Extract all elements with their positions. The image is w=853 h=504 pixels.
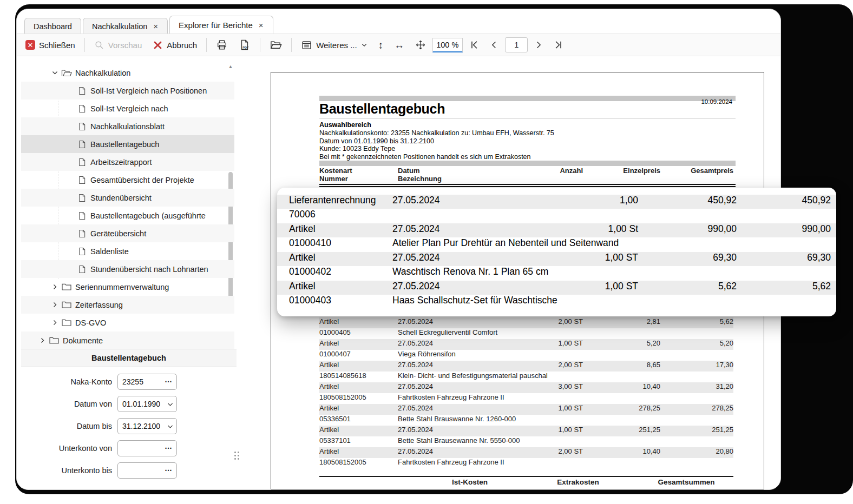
tab-dashboard[interactable]: Dashboard: [24, 18, 81, 34]
chevron-right-icon[interactable]: [37, 337, 48, 344]
cell-datum: 27.05.2024: [398, 361, 433, 369]
tab-explorer-f-r-berichte[interactable]: Explorer für Berichte×: [169, 16, 273, 34]
tree-item-stunden-bersicht-nach-lohnarten[interactable]: Stundenübersicht nach Lohnarten: [21, 260, 234, 278]
tree-item-label: Soll-Ist Vergleich nach Positionen: [88, 87, 207, 95]
cell-gesamtpreis: 20,80: [716, 447, 733, 455]
tree-item-label: Arbeitszeitrapport: [88, 158, 152, 167]
cell-nummer: 01000410: [289, 237, 331, 249]
cell-datum: 27.05.2024: [392, 223, 440, 235]
move-icon: [415, 39, 426, 50]
chevron-down-icon[interactable]: [167, 423, 174, 432]
tab-close-icon[interactable]: ×: [153, 22, 159, 30]
col-kostenart: Kostenart: [319, 167, 352, 175]
table-row-line2: 05337101Bette Stahl Brausewanne Nr. 5550…: [319, 436, 733, 447]
page-number-input[interactable]: 1: [505, 37, 528, 52]
cell-bezeichnung: Haas Schallschutz-Set für Waschtische: [392, 295, 557, 306]
field-label: Unterkonto von: [21, 444, 117, 453]
tree-item-stunden-bersicht[interactable]: Stundenübersicht: [21, 189, 234, 207]
lookup-input[interactable]: …: [117, 462, 177, 479]
cell-anzahl: 1,00 St: [608, 223, 638, 235]
print-button[interactable]: [212, 37, 232, 53]
table-row: Artikel27.05.20242,00 ST8,6517,301805140…: [319, 361, 733, 382]
close-button[interactable]: ✕ Schließen: [21, 38, 80, 52]
chevron-down-icon[interactable]: [167, 401, 174, 409]
lookup-ellipsis-icon[interactable]: …: [165, 464, 173, 473]
callout-row-line2: 70006: [277, 209, 836, 223]
report-header-band: [319, 96, 736, 101]
tree-item-zeiterfassung[interactable]: Zeiterfassung: [21, 296, 234, 314]
chevron-down-icon[interactable]: [49, 69, 60, 76]
open-report-button[interactable]: [265, 37, 286, 54]
cell-datum: 27.05.2024: [392, 252, 440, 263]
table-footer-rule: [319, 476, 733, 477]
first-page-icon: [469, 40, 479, 50]
document-icon: [75, 158, 88, 167]
cell-bezeichnung: Viega Röhrensifon: [398, 350, 456, 358]
date-select[interactable]: 01.01.1990: [117, 396, 177, 412]
folder-icon: [48, 336, 61, 344]
col-gesamtpreis: Gesamtpreis: [691, 167, 733, 175]
cell-nummer: 180514085618: [319, 372, 366, 380]
last-page-button[interactable]: [549, 38, 568, 52]
tree-item-baustellentagebuch-ausgef-hrte[interactable]: Baustellentagebuch (ausgeführte: [21, 207, 234, 224]
pdf-export-button[interactable]: PDF: [234, 37, 255, 53]
table-header-rule: [319, 184, 736, 187]
cell-kostenart: Artikel: [289, 252, 316, 263]
report-footer: Ist-KostenExtrakostenGesamtsummen: [319, 478, 733, 488]
chevron-right-icon[interactable]: [49, 283, 60, 290]
tree-item-nachkalkulation[interactable]: Nachkalkulation: [21, 64, 234, 82]
fit-width-button[interactable]: ↔: [390, 38, 409, 52]
preview-button[interactable]: Vorschau: [90, 38, 147, 52]
tab-close-icon[interactable]: ×: [258, 21, 264, 29]
tab-nachkalkulation[interactable]: Nachkalkulation×: [83, 18, 168, 34]
toolbar-separator: [291, 38, 292, 52]
cell-kostenart: Artikel: [289, 281, 316, 292]
tree-item-dokumente[interactable]: Dokumente: [21, 331, 234, 349]
chevron-right-icon[interactable]: [49, 319, 60, 326]
cell-nummer: 01000407: [319, 350, 351, 358]
date-select[interactable]: 31.12.2100: [117, 418, 177, 434]
tree-item-ds-gvo[interactable]: DS-GVO: [21, 314, 234, 331]
tree-item-seriennummernverwaltung[interactable]: Seriennummernverwaltung: [21, 278, 234, 296]
selection-line: Kunde: 10023 Eddy Tepe: [319, 145, 554, 153]
next-page-button[interactable]: [530, 38, 547, 51]
tree-item-soll-ist-vergleich-nach-positionen[interactable]: Soll-Ist Vergleich nach Positionen: [21, 82, 234, 100]
cell-gesamtpreis: 450,92: [802, 195, 831, 206]
cell-einzelpreis: 2,81: [647, 317, 660, 326]
tree-item-label: Stundenübersicht nach Lohnarten: [88, 265, 208, 274]
tree-item-ger-te-bersicht[interactable]: Geräteübersicht: [21, 224, 234, 242]
parameter-panel: Baustellentagebuch Naka-Konto23255…Datum…: [21, 349, 237, 490]
first-page-button[interactable]: [465, 38, 483, 52]
chevron-down-icon: [361, 42, 368, 48]
lookup-ellipsis-icon[interactable]: …: [165, 375, 173, 384]
lookup-input[interactable]: …: [117, 440, 177, 456]
cell-anzahl: 3,00 ST: [558, 382, 583, 390]
tree-item-soll-ist-vergleich-nach[interactable]: Soll-Ist Vergleich nach: [21, 100, 234, 117]
cell-bezeichnung: Waschtisch Renova Nr. 1 Plan 65 cm: [392, 266, 548, 277]
chevron-right-icon[interactable]: [49, 301, 60, 308]
cell-nummer: 05336501: [319, 415, 351, 423]
splitter-drag-handle-icon[interactable]: [234, 452, 242, 463]
tree-item-label: Saldenliste: [88, 247, 129, 256]
lookup-input[interactable]: 23255…: [117, 374, 177, 390]
cell-gesamtpreis: 5,62: [720, 317, 733, 326]
page-number-value: 1: [514, 41, 519, 49]
fit-height-button[interactable]: ↕: [374, 38, 388, 52]
close-window-icon: ✕: [25, 40, 35, 50]
cell-nummer: 180508152005: [319, 458, 366, 466]
prev-page-button[interactable]: [485, 38, 503, 51]
toolbar-separator: [260, 38, 260, 52]
tree-item-saldenliste[interactable]: Saldenliste: [21, 242, 234, 260]
tree-item-gesamt-bersicht-der-projekte[interactable]: Gesamtübersicht der Projekte: [21, 171, 234, 189]
chevron-right-icon: [534, 41, 543, 49]
tree-item-arbeitszeitrapport[interactable]: Arbeitszeitrapport: [21, 153, 234, 171]
cell-anzahl: 2,00 ST: [558, 447, 583, 455]
pan-button[interactable]: [411, 37, 430, 52]
report-table-header: Kostenart Datum Anzahl Einzelpreis Gesam…: [319, 167, 733, 183]
tree-item-baustellentagebuch[interactable]: Baustellentagebuch: [21, 135, 234, 153]
lookup-ellipsis-icon[interactable]: …: [165, 442, 173, 450]
zoom-level-input[interactable]: 100 %: [432, 38, 463, 52]
more-options-button[interactable]: Weiteres ...: [297, 37, 372, 53]
abort-button[interactable]: Abbruch: [148, 38, 201, 52]
tree-item-nachkalkulationsblatt[interactable]: Nachkalkulationsblatt: [21, 117, 234, 135]
